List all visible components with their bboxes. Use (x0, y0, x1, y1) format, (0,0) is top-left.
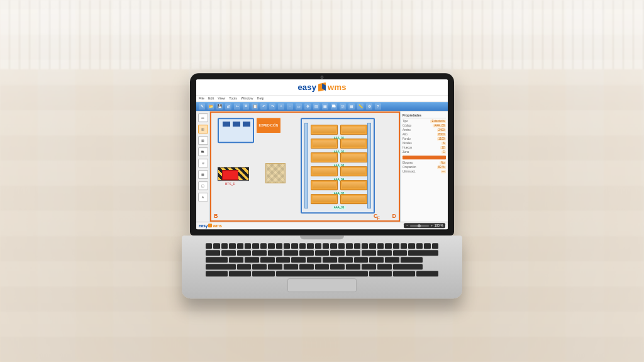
keyboard (206, 243, 438, 276)
tb-rack-icon[interactable]: ▥ (313, 103, 319, 110)
tb-help-icon[interactable]: ? (375, 103, 381, 110)
palette-zone-icon[interactable]: ◲ (198, 181, 208, 190)
menu-window[interactable]: Window (241, 96, 253, 100)
layout-canvas[interactable]: EXPEDICIÓN BTS_D AAA_01 (213, 114, 397, 219)
palette-rack-icon[interactable]: ▥ (198, 125, 208, 133)
rack-cell[interactable] (340, 152, 367, 162)
brand-cube-icon (318, 83, 326, 91)
rack-cell[interactable] (340, 194, 367, 204)
rack-cell[interactable] (340, 166, 367, 176)
zoom-minus-icon[interactable]: － (406, 223, 409, 227)
menu-edit[interactable]: Edit (208, 96, 214, 100)
tb-select-icon[interactable]: ▭ (296, 103, 302, 110)
palette-label-icon[interactable]: A (198, 193, 208, 201)
prop-row: ZonaC (402, 150, 446, 154)
rack-label: AAA_06 (333, 206, 346, 209)
expedition-zone[interactable]: EXPEDICIÓN (257, 118, 280, 133)
rack-cell[interactable] (340, 180, 367, 190)
tb-copy-icon[interactable]: ⧉ (243, 103, 249, 110)
layout-canvas-frame: EXPEDICIÓN BTS_D AAA_01 (210, 111, 400, 222)
tb-settings-icon[interactable]: ⚙ (366, 103, 372, 110)
zoom-slider[interactable] (410, 225, 429, 227)
statusbar-brand: easy wms (199, 223, 222, 228)
menu-view[interactable]: View (218, 96, 225, 100)
palette-buffer-icon[interactable]: ▩ (198, 170, 208, 179)
rack-cell[interactable] (340, 139, 367, 149)
zoom-value: 100 % (435, 223, 443, 227)
rack-cell[interactable] (311, 152, 338, 162)
rack-cell[interactable] (311, 139, 338, 149)
buffer-zone[interactable] (218, 167, 249, 181)
rack-pillar-left (304, 123, 308, 208)
prop-row: CódigoAAA_03 (402, 124, 446, 127)
tb-measure-icon[interactable]: 📏 (357, 103, 364, 110)
webcam-dot (321, 76, 324, 79)
tb-move-icon[interactable]: ✥ (304, 103, 311, 110)
rack-cell[interactable] (311, 194, 338, 204)
menubar[interactable]: File Edit View Tools Window Help (196, 96, 448, 102)
rack-row[interactable]: AAA_04 (311, 166, 367, 177)
tb-zoomout-icon[interactable]: － (287, 103, 293, 110)
palette-select-icon[interactable]: ▭ (198, 113, 208, 122)
statusbar: easy wms － ＋ 100 % (196, 222, 448, 229)
menu-help[interactable]: Help (257, 96, 264, 100)
tb-paste-icon[interactable]: 📋 (252, 103, 258, 110)
tb-pallet-icon[interactable]: ▦ (322, 103, 328, 110)
prop-row: Niveles6 (402, 142, 446, 145)
rack-row[interactable]: AAA_06 (311, 193, 367, 205)
statusbar-brand-cube-icon (208, 223, 212, 227)
prop-row: Fondo1100 (402, 137, 446, 140)
tb-open-icon[interactable]: 📂 (208, 103, 214, 110)
tb-undo-icon[interactable]: ↶ (260, 103, 267, 110)
rack-row[interactable]: AAA_01 (311, 124, 367, 135)
tb-dock-icon[interactable]: ⛟ (331, 103, 337, 110)
dock-gates-zone[interactable] (218, 118, 254, 143)
palette-dock-icon[interactable]: ⛟ (198, 147, 208, 156)
rack-cell[interactable] (340, 125, 367, 135)
pallet-area[interactable] (265, 163, 286, 183)
tb-save-icon[interactable]: 💾 (216, 103, 223, 110)
prop-row: Ocupación83 % (402, 166, 446, 169)
statusbar-brand-part2: wms (213, 223, 221, 228)
rack-block[interactable]: AAA_01 AAA_02 AAA_03 (301, 118, 375, 213)
rack-cell[interactable] (311, 125, 338, 135)
tb-zone-icon[interactable]: ◲ (340, 103, 346, 110)
palette-pallet-icon[interactable]: ▦ (198, 136, 208, 145)
prop-row: Última act.— (402, 170, 446, 173)
prop-color-swatch[interactable] (402, 156, 446, 159)
tb-new-icon[interactable]: ✎ (199, 103, 205, 110)
brand-part2: wms (328, 82, 347, 92)
tb-grid-icon[interactable]: ▦ (348, 103, 355, 110)
prop-row: Alto8000 (402, 133, 446, 136)
rack-cell[interactable] (311, 180, 338, 190)
rack-row[interactable]: AAA_02 (311, 138, 367, 149)
rack-pillar-right (367, 123, 371, 208)
statusbar-brand-part1: easy (199, 223, 208, 228)
menu-tools[interactable]: Tools (229, 96, 237, 100)
rack-row[interactable]: AAA_03 (311, 152, 367, 163)
toolbar[interactable]: ✎ 📂 💾 🖨 ✂ ⧉ 📋 ↶ ↷ ＋ － ▭ ✥ ▥ ▦ ⛟ ◲ ▦ 📏 ⚙ (196, 102, 448, 111)
prop-row: Ancho2400 (402, 128, 446, 132)
tb-cut-icon[interactable]: ✂ (234, 103, 240, 110)
zoom-plus-icon[interactable]: ＋ (430, 223, 433, 227)
palette-conveyor-icon[interactable]: ≋ (198, 159, 208, 167)
zoom-control[interactable]: － ＋ 100 % (404, 223, 445, 228)
trackpad (287, 278, 357, 292)
laptop-lid: easy wms File Edit View Tools Window Hel… (190, 73, 454, 235)
prop-row: Huecos12 (402, 146, 446, 149)
tool-palette[interactable]: ▭ ▥ ▦ ⛟ ≋ ▩ ◲ A (196, 111, 210, 222)
axis-marker-d: D (392, 213, 397, 219)
tb-print-icon[interactable]: 🖨 (225, 103, 231, 110)
workspace: ▭ ▥ ▦ ⛟ ≋ ▩ ◲ A EXPEDICIÓN BTS_D (196, 111, 448, 222)
properties-panel[interactable]: Propiedades TipoEstantería CódigoAAA_03 … (400, 111, 448, 222)
brand-logo: easy wms (297, 82, 346, 92)
rack-cell[interactable] (311, 166, 338, 176)
laptop-mockup: easy wms File Edit View Tools Window Hel… (190, 73, 454, 298)
brand-part1: easy (297, 82, 316, 92)
prop-row: BloqueoNo (402, 161, 446, 164)
rack-row[interactable]: AAA_05 (311, 179, 367, 191)
tb-zoomin-icon[interactable]: ＋ (278, 103, 284, 110)
tb-redo-icon[interactable]: ↷ (269, 103, 275, 110)
menu-file[interactable]: File (199, 96, 204, 100)
titlebar: easy wms (196, 79, 448, 96)
